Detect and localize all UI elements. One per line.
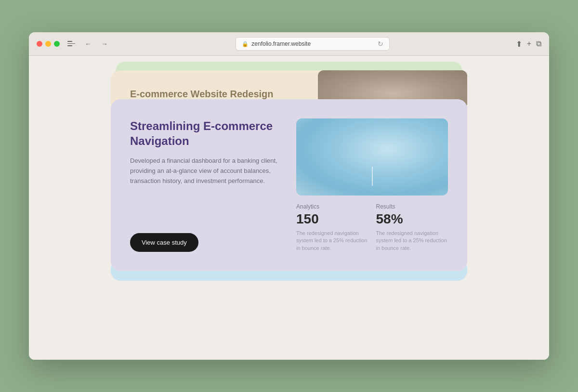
new-tab-icon[interactable]: + — [527, 39, 531, 48]
card-left: Streamlining E-commerce Navigation Devel… — [130, 118, 282, 252]
share-icon[interactable]: ⬆ — [516, 39, 522, 49]
stat-analytics-value: 150 — [296, 212, 368, 227]
close-button[interactable] — [37, 41, 42, 47]
address-bar[interactable]: 🔒 zenfolio.framer.website ↻ — [236, 37, 390, 51]
address-bar-container: 🔒 zenfolio.framer.website ↻ — [116, 37, 510, 51]
stat-analytics-desc: The redesigned navigation system led to … — [296, 230, 368, 252]
card-stack: E-commerce Website Redesign Streamlining… — [111, 70, 467, 271]
browser-window: ← → 🔒 zenfolio.framer.website ↻ ⬆ + ⧉ E-… — [29, 32, 549, 360]
view-case-study-button[interactable]: View case study — [130, 233, 198, 252]
url-text: zenfolio.framer.website — [251, 40, 311, 47]
sidebar-toggle-button[interactable] — [67, 41, 75, 47]
card-front: Streamlining E-commerce Navigation Devel… — [111, 99, 467, 271]
card-right: Analytics 150 The redesigned navigation … — [296, 118, 448, 252]
lock-icon: 🔒 — [242, 41, 249, 47]
stat-analytics-label: Analytics — [296, 203, 368, 210]
traffic-lights — [37, 41, 60, 47]
stat-results-label: Results — [376, 203, 448, 210]
refresh-icon[interactable]: ↻ — [378, 40, 383, 48]
stat-results-desc: The redesigned navigation system led to … — [376, 230, 448, 252]
minimize-button[interactable] — [45, 41, 51, 47]
stat-results: Results 58% The redesigned navigation sy… — [376, 203, 448, 252]
stat-results-value: 58% — [376, 212, 448, 227]
card-title: Streamlining E-commerce Navigation — [130, 118, 282, 148]
browser-actions: ⬆ + ⧉ — [516, 39, 541, 49]
browser-chrome: ← → 🔒 zenfolio.framer.website ↻ ⬆ + ⧉ — [29, 32, 549, 56]
case-study-image — [296, 118, 448, 196]
tabs-icon[interactable]: ⧉ — [536, 39, 541, 48]
stats-row: Analytics 150 The redesigned navigation … — [296, 203, 448, 252]
forward-button[interactable]: → — [99, 39, 110, 49]
stat-analytics: Analytics 150 The redesigned navigation … — [296, 203, 368, 252]
card-description: Developed a financial dashboard for a ba… — [130, 156, 282, 186]
back-button[interactable]: ← — [83, 39, 93, 49]
maximize-button[interactable] — [54, 41, 60, 47]
browser-content: E-commerce Website Redesign Streamlining… — [29, 56, 549, 360]
